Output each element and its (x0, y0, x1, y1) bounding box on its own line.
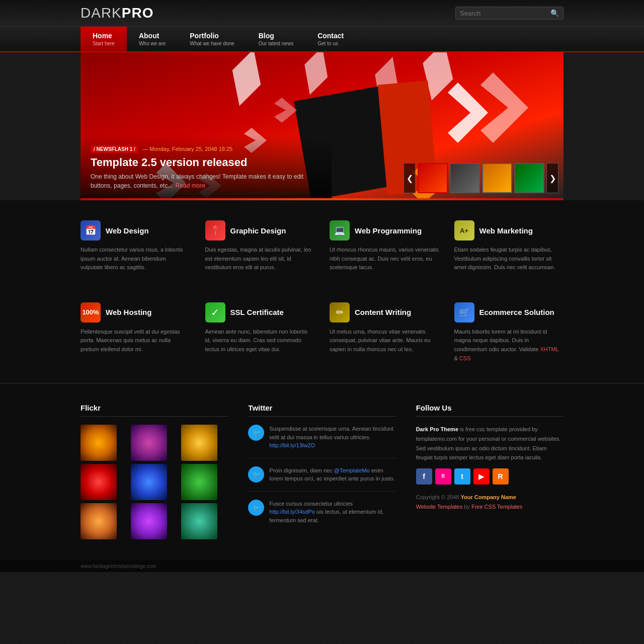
nav-sub-blog: Our latest news (259, 41, 293, 46)
feature-web-design: 📅 Web Design Nullam consectetur varius r… (80, 220, 190, 272)
tweet-3-link[interactable]: http://bit.ly/34sdPo (269, 509, 315, 515)
flickr-title: Flickr (80, 404, 228, 417)
nav-item-portfolio[interactable]: Portfolio What we have done (178, 27, 246, 51)
twitter-icon[interactable]: t (454, 468, 470, 485)
tweet-3-text: Fusce cursus consectetur ultricies http:… (269, 500, 395, 525)
nav-sub-contact: Get to us (317, 41, 344, 46)
feature-icon-graphic-design: 📍 (205, 220, 225, 240)
feature-title-web-design: Web Design (106, 226, 149, 235)
hero-content: / NEWSFLASH 1 / — Monday, February 25, 2… (80, 136, 332, 198)
footer-follow: Follow Us Dark Pro Theme is free css tem… (416, 404, 564, 540)
feature-icon-web-hosting: 100% (80, 302, 101, 323)
feature-title-ssl: SSL Certificate (230, 308, 284, 316)
nav-sub-about: Who we are (139, 41, 166, 46)
feature-title-ecommerce: Ecommerce Solution (479, 308, 554, 316)
flickr-thumb-9[interactable] (181, 503, 217, 539)
twitter-title: Twitter (248, 404, 395, 417)
feature-desc-content-writing: Ut metus urna, rhoncus vitae venenatis c… (330, 328, 439, 354)
feature-title-web-programming: Web Programming (355, 226, 422, 235)
css-link[interactable]: CSS (459, 355, 471, 361)
slider-prev[interactable]: ❮ (404, 163, 416, 193)
tweet-1-text: Suspendisse at scelerisque urna. Aenean … (269, 425, 395, 450)
website-templates-link[interactable]: Website Templates (416, 504, 463, 510)
tweet-3: 🐦 Fusce cursus consectetur ultricies htt… (248, 500, 395, 533)
feature-icon-web-marketing: A+ (454, 220, 474, 240)
feature-title-graphic-design: Graphic Design (230, 226, 286, 235)
slider-next[interactable]: ❯ (546, 163, 558, 193)
feature-icon-web-programming: 💻 (330, 220, 350, 240)
tweet-2-text: Proin dignissim, diam nec @TemplateMo en… (269, 466, 395, 483)
feature-ssl: ✓ SSL Certificate Aenean ante nunc, bibe… (205, 302, 315, 363)
nav-label-contact: Contact (317, 32, 344, 40)
copyright: Copyright © 2048 Your Company Name Websi… (416, 493, 564, 511)
nav-sub-portfolio: What we have done (190, 41, 234, 46)
feature-desc-ssl: Aenean ante nunc, bibendum non lobortis … (205, 328, 315, 354)
footer: Flickr Twitter 🐦 Suspendisse at sceleris… (0, 383, 644, 560)
hero-title: Template 2.5 version released (91, 156, 321, 169)
flickr-thumb-3[interactable] (181, 425, 217, 461)
feature-desc-web-marketing: Etiam sodales feugiat turpis ac dapibus.… (454, 246, 564, 272)
twitter-bird-1: 🐦 (248, 425, 264, 441)
flickr-thumb-6[interactable] (181, 464, 217, 500)
rss-icon[interactable]: R (493, 468, 509, 485)
logo-bold: PRO (122, 5, 154, 21)
youtube-icon[interactable]: ▶ (473, 468, 490, 485)
feature-desc-web-hosting: Pellentesque suscipit velit at dui egest… (80, 328, 190, 354)
footer-twitter: Twitter 🐦 Suspendisse at scelerisque urn… (248, 404, 395, 540)
slider-thumb-1[interactable] (418, 163, 448, 193)
nav-item-home[interactable]: Home Start here (80, 27, 127, 51)
slider-thumb-3[interactable] (482, 163, 512, 193)
hero-desc: One thing about Web Design, it always ch… (91, 172, 321, 190)
hero-badge: / NEWSFLASH 1 / (91, 145, 138, 153)
tweet-1-link[interactable]: http://bit.ly/13lwZO (269, 442, 315, 448)
main-nav: Home Start here About Who we are Portfol… (0, 27, 644, 52)
follow-desc: Dark Pro Theme is free css template prov… (416, 425, 564, 462)
feature-icon-ssl: ✓ (205, 302, 225, 323)
xhtml-link[interactable]: XHTML (540, 346, 559, 352)
bottom-url: www.heritagechristiancollege.com (80, 564, 156, 569)
feature-title-content-writing: Content Writing (355, 308, 411, 316)
feature-web-hosting: 100% Web Hosting Pellentesque suscipit v… (80, 302, 190, 363)
nav-label-home: Home (93, 32, 115, 40)
facebook-icon[interactable]: f (416, 468, 432, 485)
hero-newsflash-line: / NEWSFLASH 1 / — Monday, February 25, 2… (91, 144, 321, 153)
follow-title: Follow Us (416, 404, 564, 417)
feature-desc-web-design: Nullam consectetur varius risus, a lobor… (80, 246, 190, 272)
slider-thumb-2[interactable] (450, 163, 480, 193)
feature-desc-ecommerce: Mauris lobortis lorem at mi tincidunt id… (454, 328, 564, 363)
header: DARKPRO 🔍 (0, 0, 644, 27)
tweet-1: 🐦 Suspendisse at scelerisque urna. Aenea… (248, 425, 395, 458)
flickr-thumb-4[interactable] (80, 464, 117, 500)
flickr-icon[interactable]: fl (435, 468, 451, 485)
hero-slider: / NEWSFLASH 1 / — Monday, February 25, 2… (80, 52, 564, 198)
feature-ecommerce: 🛒 Ecommerce Solution Mauris lobortis lor… (454, 302, 564, 363)
search-input[interactable] (460, 10, 550, 17)
slider-nav: ❮ ❯ (404, 163, 558, 193)
flickr-thumb-7[interactable] (80, 503, 117, 539)
nav-item-blog[interactable]: Blog Our latest news (247, 27, 305, 51)
feature-icon-ecommerce: 🛒 (454, 302, 474, 323)
hero-date: — Monday, February 25, 2048 18:25 (142, 146, 232, 152)
search-box[interactable]: 🔍 (455, 7, 564, 20)
social-icons: f fl t ▶ R (416, 468, 564, 485)
nav-label-portfolio: Portfolio (190, 32, 234, 40)
flickr-thumb-8[interactable] (131, 503, 167, 539)
search-button[interactable]: 🔍 (550, 9, 559, 17)
feature-desc-web-programming: Ut rhoncus rhoncus mauris, varius venena… (330, 246, 439, 272)
flickr-thumb-5[interactable] (131, 464, 167, 500)
slider-thumb-4[interactable] (514, 163, 544, 193)
flickr-thumb-1[interactable] (80, 425, 117, 461)
nav-item-about[interactable]: About Who we are (127, 27, 178, 51)
bottom-bar: www.heritagechristiancollege.com (0, 560, 644, 572)
logo-light: DARK (80, 5, 122, 21)
feature-title-web-marketing: Web Marketing (479, 226, 533, 235)
tweet-2: 🐦 Proin dignissim, diam nec @TemplateMo … (248, 466, 395, 492)
hero-read-more[interactable]: Read more (176, 182, 205, 189)
flickr-thumb-2[interactable] (131, 425, 167, 461)
footer-grid: Flickr Twitter 🐦 Suspendisse at sceleris… (80, 404, 564, 540)
features-grid: 📅 Web Design Nullam consectetur varius r… (80, 220, 564, 363)
free-css-link[interactable]: Free CSS Templates (471, 504, 522, 510)
tweet-2-mention[interactable]: @TemplateMo (334, 467, 370, 473)
nav-label-about: About (139, 32, 166, 40)
nav-item-contact[interactable]: Contact Get to us (305, 27, 356, 51)
